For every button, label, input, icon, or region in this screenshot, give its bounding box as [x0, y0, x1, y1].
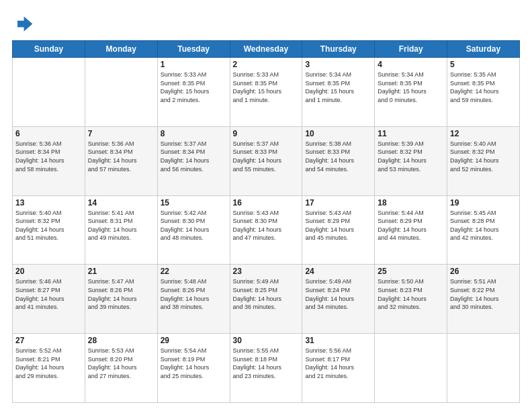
day-info: Sunrise: 5:34 AM Sunset: 8:35 PM Dayligh…: [305, 71, 371, 104]
day-info: Sunrise: 5:48 AM Sunset: 8:26 PM Dayligh…: [161, 277, 227, 311]
calendar-week-5: 27Sunrise: 5:52 AM Sunset: 8:21 PM Dayli…: [13, 334, 520, 403]
calendar-cell: 10Sunrise: 5:38 AM Sunset: 8:33 PM Dayli…: [302, 126, 375, 195]
logo: [12, 12, 36, 34]
calendar-cell: 9Sunrise: 5:37 AM Sunset: 8:33 PM Daylig…: [230, 126, 302, 195]
day-info: Sunrise: 5:40 AM Sunset: 8:32 PM Dayligh…: [450, 140, 517, 173]
day-number: 20: [15, 267, 82, 276]
calendar-week-1: 1Sunrise: 5:33 AM Sunset: 8:35 PM Daylig…: [13, 58, 520, 127]
day-info: Sunrise: 5:56 AM Sunset: 8:17 PM Dayligh…: [305, 347, 371, 380]
svg-marker-0: [17, 16, 32, 31]
calendar-cell: 7Sunrise: 5:36 AM Sunset: 8:34 PM Daylig…: [85, 126, 157, 195]
day-info: Sunrise: 5:43 AM Sunset: 8:30 PM Dayligh…: [233, 209, 300, 242]
calendar-cell: 8Sunrise: 5:37 AM Sunset: 8:34 PM Daylig…: [157, 126, 230, 195]
day-info: Sunrise: 5:37 AM Sunset: 8:33 PM Dayligh…: [233, 140, 300, 173]
day-number: 17: [305, 198, 371, 208]
day-number: 14: [88, 198, 154, 208]
day-info: Sunrise: 5:36 AM Sunset: 8:34 PM Dayligh…: [88, 140, 154, 173]
calendar-week-2: 6Sunrise: 5:36 AM Sunset: 8:34 PM Daylig…: [13, 126, 520, 195]
day-number: 29: [161, 336, 227, 345]
day-header-tuesday: Tuesday: [157, 41, 230, 58]
calendar-cell: 28Sunrise: 5:53 AM Sunset: 8:20 PM Dayli…: [85, 334, 157, 403]
day-info: Sunrise: 5:55 AM Sunset: 8:18 PM Dayligh…: [233, 347, 300, 380]
calendar-cell: 2Sunrise: 5:33 AM Sunset: 8:35 PM Daylig…: [230, 58, 302, 127]
day-info: Sunrise: 5:36 AM Sunset: 8:34 PM Dayligh…: [15, 140, 82, 173]
day-info: Sunrise: 5:52 AM Sunset: 8:21 PM Dayligh…: [15, 347, 82, 380]
day-number: 25: [378, 267, 444, 276]
page: SundayMondayTuesdayWednesdayThursdayFrid…: [0, 0, 532, 411]
day-number: 8: [161, 129, 227, 138]
day-number: 27: [15, 336, 82, 345]
day-number: 31: [305, 336, 371, 345]
calendar-cell: 15Sunrise: 5:42 AM Sunset: 8:30 PM Dayli…: [157, 195, 230, 265]
day-number: 4: [378, 60, 444, 69]
day-info: Sunrise: 5:40 AM Sunset: 8:32 PM Dayligh…: [15, 209, 82, 242]
day-info: Sunrise: 5:44 AM Sunset: 8:29 PM Dayligh…: [378, 209, 444, 242]
day-info: Sunrise: 5:33 AM Sunset: 8:35 PM Dayligh…: [233, 71, 300, 104]
day-number: 10: [305, 129, 371, 138]
day-info: Sunrise: 5:54 AM Sunset: 8:19 PM Dayligh…: [161, 347, 227, 380]
calendar-cell: 17Sunrise: 5:43 AM Sunset: 8:29 PM Dayli…: [302, 195, 375, 265]
calendar-cell: 21Sunrise: 5:47 AM Sunset: 8:26 PM Dayli…: [85, 265, 157, 334]
calendar-cell: [85, 58, 157, 127]
day-header-thursday: Thursday: [302, 41, 375, 58]
day-number: 24: [305, 267, 371, 276]
day-info: Sunrise: 5:42 AM Sunset: 8:30 PM Dayligh…: [161, 209, 227, 242]
day-number: 3: [305, 60, 371, 69]
day-info: Sunrise: 5:43 AM Sunset: 8:29 PM Dayligh…: [305, 209, 371, 242]
calendar-cell: [447, 334, 520, 403]
calendar-cell: 11Sunrise: 5:39 AM Sunset: 8:32 PM Dayli…: [375, 126, 447, 195]
calendar-cell: [375, 334, 447, 403]
day-number: 13: [15, 198, 82, 208]
calendar-cell: 26Sunrise: 5:51 AM Sunset: 8:22 PM Dayli…: [447, 265, 520, 334]
day-header-monday: Monday: [85, 41, 157, 58]
calendar-cell: 14Sunrise: 5:41 AM Sunset: 8:31 PM Dayli…: [85, 195, 157, 265]
day-number: 5: [450, 60, 517, 69]
calendar-cell: 13Sunrise: 5:40 AM Sunset: 8:32 PM Dayli…: [13, 195, 85, 265]
day-info: Sunrise: 5:35 AM Sunset: 8:35 PM Dayligh…: [450, 71, 517, 104]
calendar-cell: 16Sunrise: 5:43 AM Sunset: 8:30 PM Dayli…: [230, 195, 302, 265]
calendar-cell: 22Sunrise: 5:48 AM Sunset: 8:26 PM Dayli…: [157, 265, 230, 334]
day-number: 21: [88, 267, 154, 276]
day-info: Sunrise: 5:49 AM Sunset: 8:24 PM Dayligh…: [305, 277, 371, 311]
calendar-cell: 18Sunrise: 5:44 AM Sunset: 8:29 PM Dayli…: [375, 195, 447, 265]
day-info: Sunrise: 5:49 AM Sunset: 8:25 PM Dayligh…: [233, 277, 300, 311]
calendar-cell: 6Sunrise: 5:36 AM Sunset: 8:34 PM Daylig…: [13, 126, 85, 195]
calendar-table: SundayMondayTuesdayWednesdayThursdayFrid…: [12, 40, 520, 403]
calendar-cell: 5Sunrise: 5:35 AM Sunset: 8:35 PM Daylig…: [447, 58, 520, 127]
day-number: 22: [161, 267, 227, 276]
calendar-cell: 31Sunrise: 5:56 AM Sunset: 8:17 PM Dayli…: [302, 334, 375, 403]
day-info: Sunrise: 5:41 AM Sunset: 8:31 PM Dayligh…: [88, 209, 154, 242]
day-header-saturday: Saturday: [447, 41, 520, 58]
day-number: 6: [15, 129, 82, 138]
day-info: Sunrise: 5:45 AM Sunset: 8:28 PM Dayligh…: [450, 209, 517, 242]
day-number: 7: [88, 129, 154, 138]
calendar-cell: 3Sunrise: 5:34 AM Sunset: 8:35 PM Daylig…: [302, 58, 375, 127]
day-info: Sunrise: 5:47 AM Sunset: 8:26 PM Dayligh…: [88, 277, 154, 311]
calendar-cell: 24Sunrise: 5:49 AM Sunset: 8:24 PM Dayli…: [302, 265, 375, 334]
day-number: 28: [88, 336, 154, 345]
calendar-cell: 30Sunrise: 5:55 AM Sunset: 8:18 PM Dayli…: [230, 334, 302, 403]
calendar-cell: 19Sunrise: 5:45 AM Sunset: 8:28 PM Dayli…: [447, 195, 520, 265]
day-number: 19: [450, 198, 517, 208]
calendar-header-row: SundayMondayTuesdayWednesdayThursdayFrid…: [13, 41, 520, 58]
calendar-cell: 1Sunrise: 5:33 AM Sunset: 8:35 PM Daylig…: [157, 58, 230, 127]
day-info: Sunrise: 5:39 AM Sunset: 8:32 PM Dayligh…: [378, 140, 444, 173]
day-number: 23: [233, 267, 300, 276]
day-info: Sunrise: 5:34 AM Sunset: 8:35 PM Dayligh…: [378, 71, 444, 104]
calendar-cell: 20Sunrise: 5:46 AM Sunset: 8:27 PM Dayli…: [13, 265, 85, 334]
calendar-cell: 25Sunrise: 5:50 AM Sunset: 8:23 PM Dayli…: [375, 265, 447, 334]
day-info: Sunrise: 5:38 AM Sunset: 8:33 PM Dayligh…: [305, 140, 371, 173]
day-number: 11: [378, 129, 444, 138]
day-header-wednesday: Wednesday: [230, 41, 302, 58]
day-number: 1: [161, 60, 227, 69]
day-header-sunday: Sunday: [13, 41, 85, 58]
day-number: 9: [233, 129, 300, 138]
calendar-cell: 23Sunrise: 5:49 AM Sunset: 8:25 PM Dayli…: [230, 265, 302, 334]
day-info: Sunrise: 5:51 AM Sunset: 8:22 PM Dayligh…: [450, 277, 517, 311]
day-info: Sunrise: 5:46 AM Sunset: 8:27 PM Dayligh…: [15, 277, 82, 311]
calendar-cell: 12Sunrise: 5:40 AM Sunset: 8:32 PM Dayli…: [447, 126, 520, 195]
day-info: Sunrise: 5:37 AM Sunset: 8:34 PM Dayligh…: [161, 140, 227, 173]
calendar-week-3: 13Sunrise: 5:40 AM Sunset: 8:32 PM Dayli…: [13, 195, 520, 265]
calendar-cell: 29Sunrise: 5:54 AM Sunset: 8:19 PM Dayli…: [157, 334, 230, 403]
day-number: 30: [233, 336, 300, 345]
